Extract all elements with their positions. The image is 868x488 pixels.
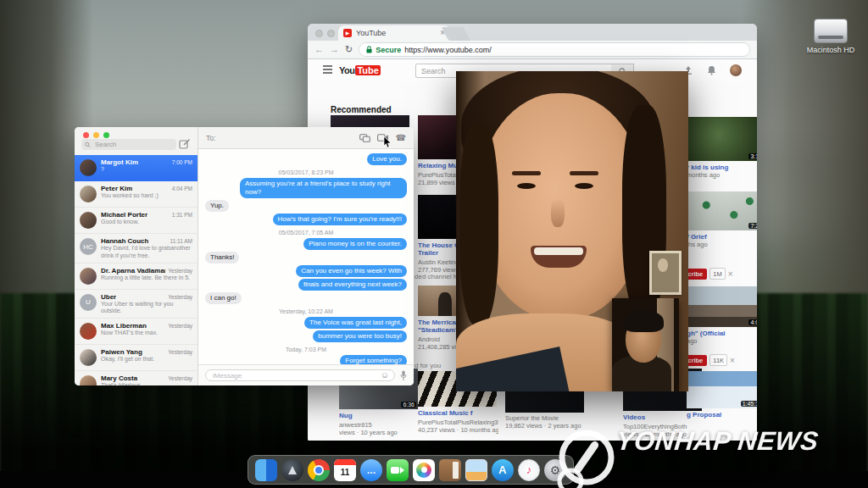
messages-search-input[interactable] — [93, 140, 173, 149]
conversation-item[interactable]: Dr. Aparna VadlamaniYesterdayRunning a l… — [75, 263, 198, 290]
outgoing-message-bubble[interactable]: The Voice was great last night, — [304, 317, 407, 329]
youtube-logo[interactable]: You Tube — [339, 65, 381, 75]
outgoing-message-bubble[interactable]: How's that going? I'm sure you're ready!… — [273, 214, 407, 225]
conversation-item[interactable]: UUberYesterdayYour Uber is waiting for y… — [75, 290, 198, 319]
incoming-message-bubble[interactable]: Yup. — [205, 200, 229, 212]
calendar-dock-icon[interactable]: 11 — [334, 459, 356, 481]
window-controls[interactable] — [83, 132, 109, 138]
forward-icon[interactable]: → — [330, 45, 339, 54]
conversation-item[interactable]: HCHannah Couch11:11 AMHey David, I'd lov… — [75, 234, 198, 263]
video-channel[interactable]: anwestr815 — [339, 421, 420, 429]
chrome-dock-icon[interactable] — [308, 459, 330, 481]
outgoing-message-bubble[interactable]: Forget something? — [340, 355, 407, 364]
video-call-window[interactable] — [456, 71, 688, 391]
system-preferences-dock-icon[interactable]: ⚙ — [544, 459, 566, 481]
emoji-icon[interactable]: ☺ — [381, 371, 389, 380]
video-meta: months ago — [687, 171, 757, 179]
conversation-item[interactable]: Max LibermanYesterdayNow THAT's the max. — [75, 319, 198, 345]
app-store-dock-icon[interactable]: A — [492, 459, 514, 481]
profile-avatar[interactable] — [730, 64, 742, 76]
contacts-dock-icon[interactable] — [439, 459, 461, 481]
address-bar[interactable]: Secure https://www.youtube.com/ — [359, 42, 750, 57]
video-card[interactable]: 3:12 r kid is using months ago — [687, 117, 757, 179]
conversation-info: Peter Kim4:04 PMYou worked so hard ;) — [101, 185, 192, 200]
preview-dock-icon[interactable] — [465, 459, 487, 481]
self-view-hair — [623, 310, 664, 332]
conversation-row1: Peter Kim4:04 PM — [101, 185, 192, 192]
conversation-name: Uber — [101, 293, 116, 301]
incoming-message-bubble[interactable]: I can go! — [205, 292, 242, 304]
conversation-list: Margot Kim7:00 PM?Peter Kim4:04 PMYou wo… — [75, 155, 198, 385]
video-card[interactable]: 1:45:13 g Proposal — [687, 371, 757, 419]
itunes-dock-icon[interactable]: ♪ — [518, 459, 540, 481]
messages-sidebar: Margot Kim7:00 PM?Peter Kim4:04 PMYou wo… — [75, 127, 198, 385]
video-title[interactable]: Classical Music f — [418, 409, 498, 417]
launchpad-dock-icon[interactable] — [281, 459, 303, 481]
outgoing-message-bubble[interactable]: finals and everything next week? — [298, 279, 407, 291]
conversation-item[interactable]: Peter Kim4:04 PMYou worked so hard ;) — [75, 181, 198, 208]
conversation-name: Peter Kim — [101, 185, 132, 192]
messages-search-field[interactable] — [81, 139, 176, 150]
outgoing-message-bubble[interactable]: Assuming you're at a friend's place to s… — [240, 178, 407, 198]
outgoing-message-bubble[interactable]: bummer you were too busy! — [313, 330, 407, 342]
audio-call-icon[interactable]: ☎ — [396, 134, 406, 142]
photos-dock-icon[interactable] — [413, 459, 435, 481]
conversation-info: Dr. Aparna VadlamaniYesterdayRunning a l… — [101, 267, 192, 282]
message-input-field[interactable]: ☺ — [205, 369, 395, 381]
microphone-icon[interactable] — [400, 370, 407, 381]
back-icon[interactable]: ← — [314, 45, 324, 54]
conversation-item[interactable]: Paiwen YangYesterdayOkay, I'll get on th… — [75, 345, 198, 371]
facetime-dock-icon[interactable] — [387, 459, 409, 481]
video-channel[interactable]: Superior the Movie — [505, 414, 586, 422]
avatar — [80, 212, 97, 229]
video-card[interactable]: 4:08 gh" (Official ago — [687, 286, 757, 345]
conversation-item[interactable]: Mary CostaYesterdayThat's hilarious. — [75, 371, 198, 385]
conversation-item[interactable]: Margot Kim7:00 PM? — [75, 155, 198, 181]
video-thumbnail[interactable]: 1:45:13 — [687, 371, 757, 408]
video-title[interactable]: f Grief — [687, 233, 757, 241]
video-thumbnail[interactable]: 7:28 — [687, 191, 757, 230]
chat-message-list[interactable]: Love you.05/03/2017, 8:23 PMAssuming you… — [198, 149, 414, 364]
video-duration-badge: 6:36 — [401, 402, 416, 408]
hard-drive-icon[interactable] — [814, 19, 848, 43]
reload-icon[interactable]: ↻ — [345, 45, 353, 54]
video-thumbnail[interactable]: 4:08 — [687, 286, 757, 327]
caller-eye — [517, 183, 536, 189]
desktop-volume-icon[interactable]: Macintosh HD — [800, 19, 861, 54]
video-card[interactable]: 7:28 f Grief ths ago — [687, 191, 757, 248]
outgoing-message-bubble[interactable]: Can you even go this week? With — [296, 265, 407, 277]
video-thumbnail[interactable]: 3:12 — [687, 117, 757, 161]
compose-icon[interactable] — [179, 138, 191, 150]
close-window-button[interactable] — [83, 132, 89, 138]
incoming-message-bubble[interactable]: Thanks! — [205, 252, 239, 263]
menu-icon[interactable] — [323, 69, 332, 70]
bell-icon[interactable] — [707, 65, 716, 75]
conversation-name: Hannah Couch — [101, 237, 148, 245]
conversation-preview: That's hilarious. — [101, 382, 192, 385]
video-title[interactable]: Nug — [339, 412, 420, 419]
messages-dock-icon[interactable]: … — [360, 459, 382, 481]
conversation-item[interactable]: Michael Porter1:31 PMGood to know. — [75, 208, 198, 234]
video-call-self-view[interactable] — [612, 298, 679, 391]
chat-header: To: ☎ — [198, 127, 414, 149]
dismiss-icon[interactable]: × — [728, 269, 733, 279]
conversation-name: Dr. Aparna Vadlamani — [101, 267, 165, 274]
conversation-name: Mary Costa — [101, 374, 137, 382]
video-channel[interactable]: PurePlusTotalPlusRelaxing351 — [418, 419, 498, 426]
video-title[interactable]: gh" (Official — [687, 330, 757, 337]
conversation-preview: ? — [101, 166, 192, 174]
outgoing-message-bubble[interactable]: Piano money is on the counter. — [303, 238, 407, 250]
outgoing-message-bubble[interactable]: Love you. — [367, 153, 407, 165]
message-input[interactable] — [211, 371, 379, 380]
video-title[interactable]: g Proposal — [687, 411, 757, 419]
dismiss-icon[interactable]: × — [730, 356, 735, 365]
finder-dock-icon[interactable] — [255, 459, 277, 481]
video-title[interactable]: r kid is using — [687, 164, 757, 171]
video-channel[interactable]: Top100EverythingBoth — [623, 423, 704, 430]
browser-tab[interactable]: ▶ YouTube × — [338, 25, 450, 41]
zoom-window-button[interactable] — [103, 132, 109, 138]
screen-share-icon[interactable] — [359, 134, 370, 142]
minimize-window-button[interactable] — [93, 132, 99, 138]
dock: 11…A♪⚙ — [248, 455, 574, 485]
conversation-name: Paiwen Yang — [101, 348, 142, 356]
